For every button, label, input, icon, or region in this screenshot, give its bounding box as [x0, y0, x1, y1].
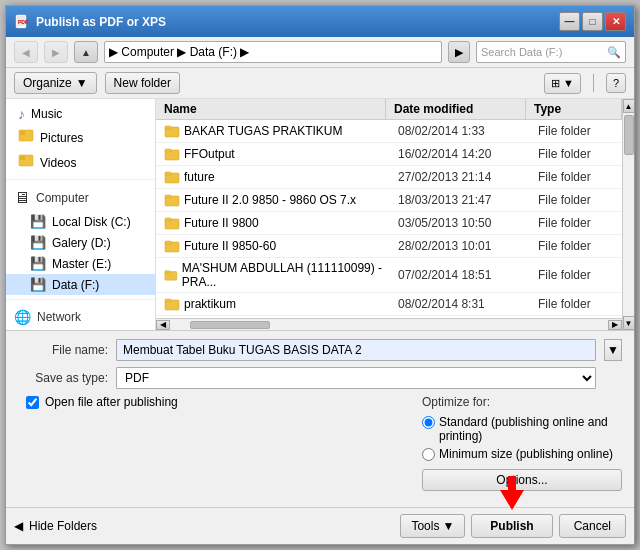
- sidebar-label-local-c: Local Disk (C:): [52, 215, 131, 229]
- title-controls: — □ ✕: [559, 12, 626, 31]
- file-name: FFOutput: [184, 147, 235, 161]
- minimize-button[interactable]: —: [559, 12, 580, 31]
- table-row[interactable]: FFOutput 16/02/2014 14:20File folder: [156, 143, 622, 166]
- sidebar-label-computer: Computer: [36, 191, 89, 205]
- file-date: 18/03/2013 21:47: [390, 192, 530, 208]
- file-name: praktikum: [184, 297, 236, 311]
- sidebar: ♪ Music Pictures: [6, 99, 156, 330]
- help-icon: ?: [613, 77, 619, 89]
- drive-c-icon: 💾: [30, 214, 46, 229]
- left-options: Open file after publishing: [26, 395, 178, 409]
- sidebar-item-music[interactable]: ♪ Music: [6, 103, 155, 125]
- sidebar-item-galery-d[interactable]: 💾 Galery (D:): [6, 232, 155, 253]
- table-row[interactable]: Future II 2.0 9850 - 9860 OS 7.x 18/03/2…: [156, 189, 622, 212]
- maximize-button[interactable]: □: [582, 12, 603, 31]
- folder-icon: [164, 123, 180, 139]
- file-name: BAKAR TUGAS PRAKTIKUM: [184, 124, 342, 138]
- standard-radio[interactable]: [422, 416, 435, 429]
- view-button[interactable]: ⊞ ▼: [544, 73, 581, 94]
- sidebar-item-master-e[interactable]: 💾 Master (E:): [6, 253, 155, 274]
- svg-rect-6: [20, 156, 25, 160]
- filename-input[interactable]: [116, 339, 596, 361]
- table-row[interactable]: BAKAR TUGAS PRAKTIKUM 08/02/2014 1:33Fil…: [156, 120, 622, 143]
- scroll-thumb[interactable]: [190, 321, 270, 329]
- arrow-head: [500, 490, 524, 510]
- computer-icon: 🖥: [14, 189, 30, 207]
- sidebar-item-computer[interactable]: 🖥 Computer: [6, 185, 155, 211]
- table-row[interactable]: Future II 9800 03/05/2013 10:50File fold…: [156, 212, 622, 235]
- table-row[interactable]: Future II 9850-60 28/02/2013 10:01File f…: [156, 235, 622, 258]
- scroll-right-btn[interactable]: ▶: [608, 320, 622, 330]
- refresh-button[interactable]: ▶: [448, 41, 470, 63]
- table-row[interactable]: future 27/02/2013 21:14File folder: [156, 166, 622, 189]
- help-button[interactable]: ?: [606, 73, 626, 93]
- sidebar-item-pictures[interactable]: Pictures: [6, 125, 155, 150]
- up-button[interactable]: ▲: [74, 41, 98, 63]
- savetype-select[interactable]: PDF XPS Document: [116, 367, 596, 389]
- svg-text:PDF: PDF: [18, 19, 28, 25]
- forward-button: ▶: [44, 41, 68, 63]
- title-bar: PDF Publish as PDF or XPS — □ ✕: [6, 6, 634, 37]
- file-date: 08/02/2014 1:33: [390, 123, 530, 139]
- search-placeholder: Search Data (F:): [481, 46, 562, 58]
- videos-icon: [18, 153, 34, 172]
- minimum-radio-row: Minimum size (publishing online): [422, 447, 622, 461]
- scroll-down-btn[interactable]: ▼: [623, 316, 635, 330]
- new-folder-button[interactable]: New folder: [105, 72, 180, 94]
- header-type[interactable]: Type: [526, 99, 622, 119]
- view-chevron-icon: ▼: [563, 77, 574, 89]
- file-name: future: [184, 170, 215, 184]
- view-icon: ⊞: [551, 77, 560, 89]
- svg-rect-10: [165, 149, 171, 152]
- options-area: Open file after publishing Optimize for:…: [18, 395, 622, 491]
- close-button[interactable]: ✕: [605, 12, 626, 31]
- standard-radio-row: Standard (publishing online and printing…: [422, 415, 622, 443]
- open-after-checkbox[interactable]: [26, 396, 39, 409]
- sidebar-item-data-f[interactable]: 💾 Data (F:): [6, 274, 155, 295]
- folder-icon: [164, 169, 180, 185]
- sidebar-label-music: Music: [31, 107, 62, 121]
- drive-d-icon: 💾: [30, 235, 46, 250]
- filename-dropdown-btn[interactable]: ▼: [604, 339, 622, 361]
- file-type: File folder: [530, 296, 618, 312]
- tools-button[interactable]: Tools ▼: [400, 514, 465, 538]
- search-input[interactable]: Search Data (F:) 🔍: [476, 41, 626, 63]
- table-row[interactable]: MA'SHUM ABDULLAH (111110099) - PRA... 07…: [156, 258, 622, 293]
- svg-rect-18: [165, 241, 171, 244]
- sidebar-item-network[interactable]: 🌐 Network: [6, 305, 155, 329]
- file-type: File folder: [530, 192, 618, 208]
- svg-rect-8: [165, 126, 171, 129]
- tools-label: Tools: [411, 519, 439, 533]
- breadcrumb[interactable]: ▶ Computer ▶ Data (F:) ▶: [104, 41, 442, 63]
- hide-folders-btn[interactable]: ◀ Hide Folders: [14, 519, 97, 533]
- svg-rect-12: [165, 172, 171, 175]
- header-name[interactable]: Name: [156, 99, 386, 119]
- sidebar-item-local-c[interactable]: 💾 Local Disk (C:): [6, 211, 155, 232]
- dialog-title: Publish as PDF or XPS: [36, 15, 166, 29]
- action-bar: Organize ▼ New folder ⊞ ▼ ?: [6, 68, 634, 99]
- drive-f-icon: 💾: [30, 277, 46, 292]
- publish-button[interactable]: Publish: [471, 514, 552, 538]
- file-type: File folder: [530, 169, 618, 185]
- title-bar-left: PDF Publish as PDF or XPS: [14, 14, 166, 30]
- file-list: BAKAR TUGAS PRAKTIKUM 08/02/2014 1:33Fil…: [156, 120, 622, 318]
- organize-button[interactable]: Organize ▼: [14, 72, 97, 94]
- vscroll-thumb[interactable]: [624, 115, 634, 155]
- minimum-radio[interactable]: [422, 448, 435, 461]
- file-list-area: Name Date modified Type BAKAR TUGAS PRAK…: [156, 99, 622, 330]
- scroll-left-btn[interactable]: ◀: [156, 320, 170, 330]
- horizontal-scrollbar[interactable]: ◀ ▶: [156, 318, 622, 330]
- folder-icon: [164, 146, 180, 162]
- file-date: 08/02/2014 8:31: [390, 296, 530, 312]
- file-type: File folder: [530, 123, 618, 139]
- bottom-right: Tools ▼ Publish Cancel: [400, 514, 626, 538]
- cancel-button[interactable]: Cancel: [559, 514, 626, 538]
- red-arrow-indicator: [500, 476, 524, 510]
- table-row[interactable]: praktikum 08/02/2014 8:31File folder: [156, 293, 622, 316]
- sidebar-label-data-f: Data (F:): [52, 278, 99, 292]
- folder-icon: [164, 238, 180, 254]
- scroll-up-btn[interactable]: ▲: [623, 99, 635, 113]
- sidebar-item-videos[interactable]: Videos: [6, 150, 155, 175]
- header-date[interactable]: Date modified: [386, 99, 526, 119]
- hide-folders-icon: ◀: [14, 519, 23, 533]
